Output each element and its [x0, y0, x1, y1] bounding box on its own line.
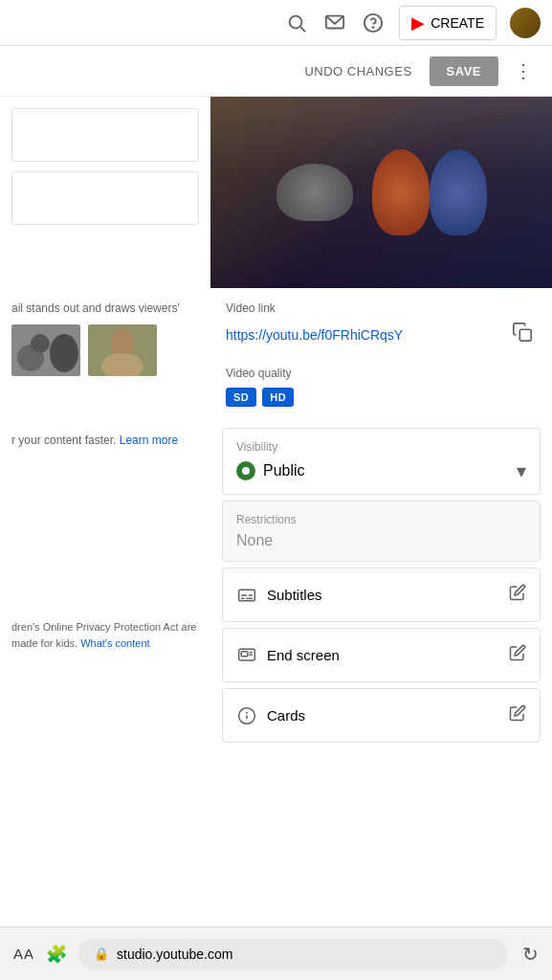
- create-button[interactable]: ▶ CREATE: [399, 6, 497, 40]
- url-bar[interactable]: 🔒 studio.youtube.com: [78, 939, 507, 969]
- search-icon[interactable]: [284, 11, 309, 35]
- restrictions-section: Restrictions None: [223, 501, 540, 561]
- subtitles-left: Subtitles: [236, 585, 322, 606]
- video-thumbnail: [210, 97, 552, 288]
- restrictions-card: Restrictions None: [222, 501, 541, 562]
- copy-icon[interactable]: [508, 318, 537, 351]
- video-link-row: https://youtu.be/f0FRhiCRqsY: [226, 318, 537, 351]
- subtitles-row: Subtitles: [223, 568, 540, 621]
- visibility-card[interactable]: Visibility Public ▾: [222, 428, 541, 495]
- svg-line-1: [300, 27, 305, 32]
- public-dot: [236, 461, 255, 480]
- url-text: studio.youtube.com: [117, 947, 232, 962]
- visibility-text: Public: [263, 462, 305, 479]
- end-screen-icon: [236, 645, 257, 666]
- create-label: CREATE: [431, 15, 484, 31]
- thumbnail-figures: [210, 97, 552, 288]
- main-content: ail stands out and draws viewers': [0, 97, 552, 768]
- subtitles-icon: [236, 585, 257, 606]
- message-icon[interactable]: [322, 11, 347, 35]
- end-screen-card[interactable]: End screen: [222, 628, 541, 682]
- whats-content-link[interactable]: What's content: [80, 637, 149, 649]
- quality-hd-button[interactable]: HD: [262, 388, 294, 407]
- right-panel: Video link https://youtu.be/f0FRhiCRqsY …: [210, 97, 552, 768]
- end-screen-label: End screen: [267, 647, 340, 663]
- cards-card[interactable]: Cards: [222, 688, 541, 743]
- visibility-row: Public ▾: [236, 459, 526, 482]
- visibility-label: Visibility: [236, 440, 526, 454]
- quality-sd-button[interactable]: SD: [226, 388, 256, 407]
- restrictions-label: Restrictions: [236, 513, 526, 526]
- thumbnail-1[interactable]: [11, 324, 80, 376]
- aa-text[interactable]: AA: [13, 946, 34, 962]
- video-link-url[interactable]: https://youtu.be/f0FRhiCRqsY: [226, 327, 403, 343]
- lock-icon: 🔒: [94, 947, 109, 961]
- video-quality-section: Video quality SD HD: [210, 357, 552, 422]
- svg-rect-20: [241, 651, 248, 656]
- video-quality-label: Video quality: [226, 367, 537, 380]
- cards-icon: [236, 705, 257, 726]
- end-screen-row: End screen: [223, 629, 540, 681]
- reload-icon[interactable]: ↻: [522, 943, 539, 966]
- thumbnail-2[interactable]: [88, 324, 157, 376]
- faster-text: r your content faster. Learn more: [11, 434, 199, 447]
- children-privacy-text: dren's Online Privacy Protection Act are…: [11, 619, 199, 651]
- save-button[interactable]: SAVE: [430, 56, 498, 86]
- figure-blob-bg: [276, 164, 353, 221]
- public-dot-inner: [242, 467, 250, 475]
- visibility-section: Visibility Public ▾: [223, 429, 540, 494]
- thumbnail-hint: ail stands out and draws viewers': [11, 301, 199, 315]
- end-screen-left: End screen: [236, 645, 340, 666]
- cards-row: Cards: [223, 689, 540, 742]
- undo-changes-button[interactable]: UNDO CHANGES: [297, 58, 419, 84]
- chevron-down-icon[interactable]: ▾: [517, 459, 526, 482]
- left-panel: ail stands out and draws viewers': [0, 97, 210, 768]
- help-icon[interactable]: [361, 11, 386, 35]
- figure-blob-blue: [430, 149, 487, 235]
- svg-point-7: [31, 334, 50, 353]
- more-options-button[interactable]: ⋮: [508, 56, 539, 86]
- title-input[interactable]: [11, 108, 199, 162]
- visibility-value: Public: [236, 461, 305, 480]
- subtitles-edit-icon[interactable]: [509, 584, 526, 606]
- cards-label: Cards: [267, 707, 305, 724]
- svg-rect-12: [88, 324, 157, 376]
- youtube-icon: ▶: [411, 12, 425, 33]
- cards-left: Cards: [236, 705, 305, 726]
- svg-point-8: [50, 334, 78, 372]
- svg-point-0: [290, 15, 302, 28]
- learn-more-link[interactable]: Learn more: [120, 434, 178, 447]
- restrictions-value: None: [236, 532, 526, 549]
- figure-blob-red: [372, 149, 430, 235]
- video-link-label: Video link: [226, 301, 537, 315]
- puzzle-icon[interactable]: 🧩: [46, 944, 67, 965]
- toolbar: UNDO CHANGES SAVE ⋮: [0, 46, 552, 97]
- avatar[interactable]: [510, 8, 541, 38]
- quality-btn-row: SD HD: [226, 388, 537, 407]
- cards-edit-icon[interactable]: [509, 704, 526, 726]
- svg-rect-13: [519, 329, 531, 341]
- subtitles-label: Subtitles: [267, 587, 322, 603]
- thumbnail-row: [11, 324, 199, 376]
- subtitles-card[interactable]: Subtitles: [222, 568, 541, 622]
- end-screen-edit-icon[interactable]: [509, 644, 526, 666]
- browser-bar: AA 🧩 🔒 studio.youtube.com ↻: [0, 926, 552, 980]
- video-link-section: Video link https://youtu.be/f0FRhiCRqsY: [210, 288, 552, 357]
- description-input[interactable]: [11, 171, 199, 225]
- top-nav: ▶ CREATE: [0, 0, 552, 46]
